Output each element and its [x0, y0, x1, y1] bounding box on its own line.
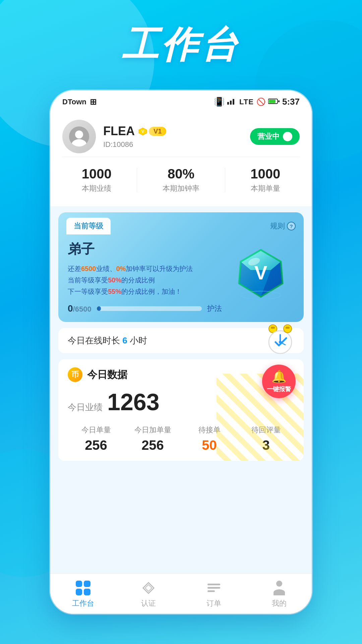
svg-rect-2 [233, 99, 234, 105]
v-badge: V V1 [138, 126, 166, 136]
svg-rect-27 [286, 327, 290, 329]
coin-icon: 币 [68, 367, 82, 382]
stat-label-rate: 本期加钟率 [163, 183, 199, 194]
level-desc-line1: 还差6500业绩、0%加钟率可以升级为护法 [68, 263, 222, 274]
svg-text:V: V [254, 262, 267, 283]
username-label: FLEA [103, 124, 135, 138]
grid-icon-shape [76, 581, 90, 595]
page-title: 工作台 [0, 0, 362, 70]
level-progress-fill [97, 306, 101, 311]
svg-rect-4 [269, 100, 276, 103]
mine-nav-label: 我的 [272, 598, 287, 608]
today-data-card: 币 今日数据 🔔 一键报警 今日业绩 1263 今日单量 256 今日加单量 2 [58, 359, 304, 461]
signal-icon [227, 97, 237, 107]
business-status-label: 营业中 [257, 131, 280, 142]
gem-svg: V [231, 243, 291, 304]
status-right: 📳 LTE 🚫 5:37 [214, 97, 300, 107]
menu-icon: ⊞ [90, 97, 97, 107]
stat-item-rate: 80% 本期加钟率 [163, 166, 199, 194]
level-desc: 还差6500业绩、0%加钟率可以升级为护法 当前等级享受50%的分成比例 下一等… [68, 263, 222, 297]
battery-icon [268, 98, 280, 106]
workbench-nav-label: 工作台 [72, 598, 94, 608]
rules-label: 规则 [270, 221, 285, 231]
stat-value-rate: 80% [163, 166, 199, 181]
avatar-icon [69, 126, 89, 147]
bottom-nav: 工作台 认证 订单 我的 [50, 574, 312, 614]
data-card-title: 今日数据 [87, 368, 127, 382]
data-stat-label-2: 今日加单量 [124, 425, 181, 435]
alert-label: 一键报警 [267, 385, 291, 393]
level-rules[interactable]: 规则 ? [270, 221, 296, 231]
stat-divider-1 [137, 168, 137, 192]
stat-item-orders: 1000 本期单量 [250, 166, 280, 194]
level-name: 弟子 [68, 240, 222, 258]
stat-label-orders: 本期单量 [250, 183, 280, 194]
svg-text:?: ? [290, 223, 293, 229]
toggle-button[interactable]: 营业中 [250, 128, 300, 145]
auth-nav-icon [140, 580, 157, 596]
level-progress-next: 护法 [207, 304, 222, 314]
phone-mockup: DTown ⊞ 📳 LTE 🚫 [50, 91, 312, 614]
status-bar: DTown ⊞ 📳 LTE 🚫 [50, 91, 312, 110]
level-desc-line3: 下一等级享受55%的分成比例，加油！ [68, 286, 222, 297]
online-hours: 6 [122, 335, 127, 345]
mine-nav-icon [271, 580, 288, 596]
nav-item-workbench[interactable]: 工作台 [50, 580, 116, 608]
level-card-body: 弟子 还差6500业绩、0%加钟率可以升级为护法 当前等级享受50%的分成比例 … [58, 234, 304, 322]
data-stat-daily-orders: 今日单量 256 [68, 425, 124, 453]
diamond-nav-svg [142, 581, 155, 595]
level-v1-badge: V1 [149, 127, 166, 136]
level-desc-line2: 当前等级享受50%的分成比例 [68, 274, 222, 286]
stat-divider-2 [225, 168, 225, 192]
profile-info: FLEA V V1 ID:10086 [103, 124, 166, 149]
svg-rect-0 [227, 102, 229, 105]
profile-name-row: FLEA V V1 [103, 124, 166, 138]
level-card-header: 当前等级 规则 ? [58, 212, 304, 234]
nav-item-mine[interactable]: 我的 [246, 580, 312, 608]
workbench-nav-icon [75, 580, 92, 596]
person-icon-shape [273, 581, 286, 595]
data-stat-label-1: 今日单量 [68, 425, 124, 435]
help-circle-icon: ? [287, 222, 296, 230]
profile-row: FLEA V V1 ID:10086 [62, 120, 300, 153]
profile-id: ID:10086 [103, 140, 166, 149]
profile-left: FLEA V V1 ID:10086 [62, 120, 166, 153]
online-time-text: 今日在线时长 6 小时 [68, 335, 147, 346]
level-progress-val: 0/6500 [68, 303, 92, 314]
profile-section: FLEA V V1 ID:10086 [50, 110, 312, 206]
svg-rect-20 [271, 327, 275, 329]
avatar [62, 120, 96, 153]
business-toggle[interactable]: 营业中 [250, 128, 300, 145]
clock-icon [263, 321, 297, 355]
svg-rect-5 [278, 100, 280, 102]
level-card: 当前等级 规则 ? 弟子 还差6500业绩、0%加钟率可以升级为护法 当前等级享… [58, 212, 304, 322]
nav-item-orders[interactable]: 订单 [181, 580, 246, 608]
level-gem: V [227, 240, 294, 307]
stats-row: 1000 本期业绩 80% 本期加钟率 1000 本期单量 [62, 157, 300, 197]
wifi-off-icon: 🚫 [256, 98, 265, 106]
status-left: DTown ⊞ [62, 97, 97, 107]
app-name-label: DTown [62, 98, 86, 106]
data-stat-add-orders: 今日加单量 256 [124, 425, 181, 453]
toggle-circle [283, 132, 292, 141]
online-time-card: 今日在线时长 6 小时 [58, 328, 304, 353]
nav-item-auth[interactable]: 认证 [116, 580, 181, 608]
level-progress-row: 0/6500 护法 [68, 303, 222, 314]
stat-value-orders: 1000 [250, 166, 280, 181]
vibrate-icon: 📳 [214, 97, 225, 107]
alert-button[interactable]: 🔔 一键报警 [262, 365, 296, 398]
auth-nav-label: 认证 [141, 598, 156, 608]
lte-label: LTE [239, 98, 254, 106]
orders-nav-icon [205, 580, 222, 596]
stat-label-performance: 本期业绩 [82, 183, 112, 194]
stat-item-performance: 1000 本期业绩 [82, 166, 112, 194]
data-stat-value-2: 256 [124, 438, 181, 453]
level-progress-bar [97, 306, 202, 311]
today-perf-value: 1263 [107, 389, 160, 416]
level-info: 弟子 还差6500业绩、0%加钟率可以升级为护法 当前等级享受50%的分成比例 … [68, 240, 222, 314]
alert-bell-icon: 🔔 [272, 370, 287, 384]
orders-nav-label: 订单 [206, 598, 221, 608]
app-content[interactable]: FLEA V V1 ID:10086 [50, 110, 312, 613]
level-tab: 当前等级 [66, 218, 111, 234]
data-stat-value-1: 256 [68, 438, 124, 453]
